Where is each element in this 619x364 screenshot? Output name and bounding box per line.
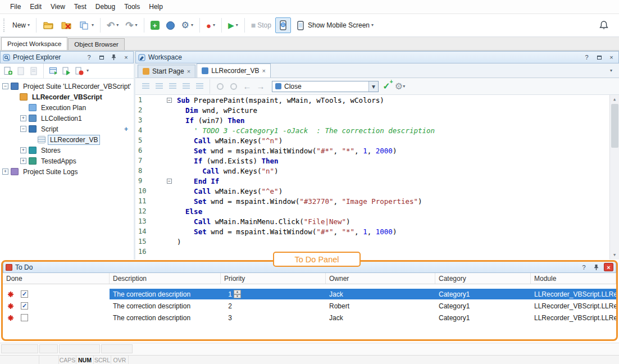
record-button[interactable]: ● ▾ [203, 17, 218, 34]
save-all-button[interactable]: ▾ [76, 17, 97, 34]
syntax-check-button[interactable]: ✓ [381, 81, 392, 92]
navigate-back-button[interactable]: ← [242, 81, 253, 92]
show-object-browser-button[interactable] [48, 65, 59, 76]
tree-item-label[interactable]: Project Suite Logs [21, 167, 80, 177]
help-button[interactable]: ? [579, 263, 589, 271]
tree-expand-toggle[interactable]: − [2, 83, 8, 89]
maximize-button[interactable] [594, 53, 604, 62]
editor-vertical-scrollbar[interactable]: ▲ ▼ [609, 95, 619, 260]
tree-item[interactable]: LLRecorder_VB [0, 134, 134, 145]
record-test-button[interactable] [74, 65, 85, 76]
done-checkbox[interactable]: ✓ [21, 302, 28, 310]
tree-expand-toggle[interactable]: + [20, 115, 26, 121]
close-tab-icon[interactable]: × [187, 68, 190, 75]
undo-button[interactable]: ↶ ▾ [104, 17, 121, 34]
spinner-up-icon[interactable]: ▲ [234, 290, 241, 294]
tree-item[interactable]: +Project Suite Logs [0, 166, 134, 177]
done-checkbox[interactable] [21, 314, 28, 321]
close-button[interactable]: × [604, 263, 613, 271]
indent-button[interactable] [153, 81, 165, 92]
pin-button[interactable] [109, 53, 119, 62]
tree-item-label[interactable]: Stores [39, 145, 63, 156]
tree-expand-toggle[interactable]: − [20, 126, 26, 132]
tree-expand-toggle[interactable]: + [20, 147, 26, 153]
doc-tab-list-button[interactable]: ▾ [606, 65, 617, 76]
close-button[interactable]: × [121, 53, 131, 62]
todo-column-header-owner[interactable]: Owner [326, 273, 435, 284]
redo-button[interactable]: ↷ ▾ [122, 17, 140, 34]
run-project-button[interactable] [61, 65, 72, 76]
doc-tab-start-page[interactable]: Start Page× [138, 65, 195, 78]
align-center-button[interactable] [180, 81, 192, 92]
mobile-screen-toggle-button[interactable] [275, 17, 291, 33]
sync-button-disabled[interactable] [215, 81, 226, 92]
pin-button[interactable] [591, 263, 601, 271]
refresh-button-disabled[interactable] [228, 81, 239, 92]
organize-tests-button[interactable] [163, 17, 177, 34]
todo-row[interactable]: ✓The correction description1▲▼JackCatego… [3, 289, 616, 299]
tree-item[interactable]: −Script+ [0, 124, 134, 134]
todo-row[interactable]: ✓The correction description2RobertCatego… [3, 301, 616, 311]
menu-item-test[interactable]: Test [70, 1, 91, 12]
tree-item-label[interactable]: LLCollection1 [39, 113, 84, 124]
tree-item[interactable]: Execution Plan [0, 102, 134, 113]
navigate-forward-button[interactable]: → [255, 81, 266, 92]
menu-item-debug[interactable]: Debug [91, 1, 120, 12]
menu-item-help[interactable]: Help [144, 1, 167, 12]
tree-item-label[interactable]: TestedApps [39, 156, 79, 166]
todo-column-header-done[interactable]: Done [3, 273, 110, 284]
close-file-button[interactable] [58, 17, 75, 34]
tab-project-workspace[interactable]: Project Workspace [1, 37, 67, 50]
routine-select-combo[interactable]: Close ▾ [272, 81, 379, 92]
new-button[interactable]: New ▾ [10, 17, 33, 34]
tab-object-browser[interactable]: Object Browser [68, 38, 125, 50]
fold-toggle[interactable]: − [167, 179, 172, 184]
tree-item[interactable]: +TestedApps [0, 156, 134, 166]
stop-button[interactable]: ■ Stop [248, 17, 274, 34]
menu-item-view[interactable]: View [46, 1, 70, 12]
todo-row[interactable]: The correction description3JackCategory1… [3, 312, 616, 323]
todo-column-header-priority[interactable]: Priority [221, 273, 326, 284]
scroll-down-icon[interactable]: ▼ [610, 251, 619, 260]
open-file-button[interactable] [40, 17, 57, 34]
menu-item-edit[interactable]: Edit [25, 1, 46, 12]
menu-item-file[interactable]: File [6, 1, 25, 12]
close-button[interactable]: × [607, 53, 616, 62]
comment-block-button[interactable] [194, 81, 205, 92]
tree-item-label[interactable]: Project Suite 'LLRecorder_VBScript' [21, 81, 133, 92]
open-item-button-disabled[interactable] [28, 65, 39, 76]
editor-options-button[interactable]: ⚙▾ [394, 81, 406, 92]
tree-item[interactable]: LLRecorder_VBScript [0, 92, 134, 102]
tree-expand-toggle[interactable]: + [2, 169, 8, 175]
show-mobile-screen-button[interactable]: Show Mobile Screen ▾ [292, 17, 376, 34]
outdent-button[interactable] [140, 81, 151, 92]
done-checkbox[interactable]: ✓ [21, 290, 28, 298]
add-script-unit-button[interactable]: + [124, 125, 128, 133]
add-new-item-button[interactable]: + [148, 17, 162, 34]
tree-item-label[interactable]: LLRecorder_VB [48, 135, 100, 145]
scrollbar-thumb[interactable] [611, 104, 618, 148]
help-button[interactable]: ? [84, 53, 94, 62]
run-button[interactable]: ▶ ▾ [225, 17, 241, 34]
notifications-button[interactable] [599, 20, 609, 31]
tree-item-label[interactable]: Script [39, 124, 61, 134]
help-button[interactable]: ? [582, 53, 591, 62]
code-editor[interactable]: 1−Sub PreparePaint(mspaint, wMain, wTool… [135, 95, 619, 260]
priority-spinner[interactable]: ▲▼ [234, 290, 241, 298]
tree-item-label[interactable]: LLRecorder_VBScript [30, 92, 104, 102]
tree-item[interactable]: −Project Suite 'LLRecorder_VBScript' [0, 81, 134, 92]
tree-item[interactable]: +LLCollection1 [0, 113, 134, 124]
todo-column-header-module[interactable]: Module [531, 273, 616, 284]
maximize-button[interactable] [97, 53, 106, 62]
scroll-up-icon[interactable]: ▲ [610, 95, 619, 104]
tree-item[interactable]: +Stores [0, 145, 134, 156]
todo-column-header-category[interactable]: Category [435, 273, 531, 284]
close-tab-icon[interactable]: × [262, 67, 266, 74]
menu-item-tools[interactable]: Tools [120, 1, 144, 12]
chevron-down-icon[interactable]: ▾ [368, 81, 378, 92]
tree-item-label[interactable]: Execution Plan [39, 103, 88, 113]
align-left-button[interactable] [167, 81, 178, 92]
doc-tab-llrecorder_vb[interactable]: LLRecorder_VB× [197, 63, 271, 78]
fold-toggle[interactable]: − [167, 98, 172, 103]
todo-column-header-description[interactable]: Description [110, 273, 221, 284]
